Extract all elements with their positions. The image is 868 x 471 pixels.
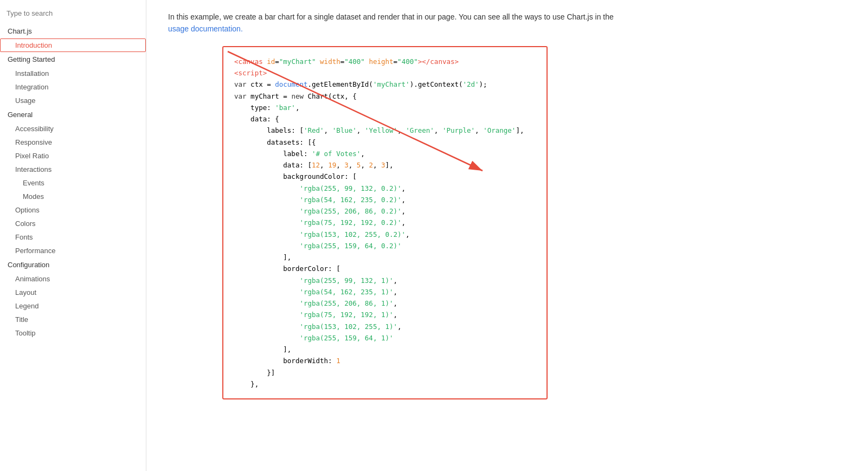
nav-item-installation[interactable]: Installation xyxy=(0,67,146,80)
code-line-25: 'rgba(255, 159, 64, 1)' xyxy=(234,332,536,344)
code-line-13: 'rgba(54, 162, 235, 0.2)', xyxy=(234,194,536,205)
code-line-5: type: 'bar', xyxy=(234,102,536,113)
nav-item-layout[interactable]: Layout xyxy=(0,286,146,299)
code-line-1: <canvas id="myChart" width="400" height=… xyxy=(234,56,536,67)
code-line-24: 'rgba(153, 102, 255, 1)', xyxy=(234,321,536,332)
nav-item-options[interactable]: Options xyxy=(0,203,146,217)
code-line-8: datasets: [{ xyxy=(234,137,536,148)
nav-item-interactions[interactable]: Interactions xyxy=(0,163,146,176)
intro-text: In this example, we create a bar chart f… xyxy=(168,12,614,21)
nav-item-colors[interactable]: Colors xyxy=(0,217,146,230)
code-line-2: <script> xyxy=(234,67,536,79)
nav-item-tooltip[interactable]: Tooltip xyxy=(0,326,146,340)
intro-paragraph: In this example, we create a bar chart f… xyxy=(168,11,629,35)
nav-top-link[interactable]: Chart.js xyxy=(0,24,146,38)
main-content: In this example, we create a bar chart f… xyxy=(146,0,868,471)
nav-item-title[interactable]: Title xyxy=(0,313,146,326)
nav-item-integration[interactable]: Integration xyxy=(0,80,146,94)
code-line-11: backgroundColor: [ xyxy=(234,171,536,182)
code-block: <canvas id="myChart" width="400" height=… xyxy=(222,46,548,399)
code-line-21: 'rgba(54, 162, 235, 1)', xyxy=(234,286,536,298)
nav-item-responsive[interactable]: Responsive xyxy=(0,136,146,149)
code-line-6: data: { xyxy=(234,113,536,125)
search-input[interactable] xyxy=(7,9,139,17)
nav-section-getting-started[interactable]: Getting Started xyxy=(0,52,146,67)
code-line-26: ], xyxy=(234,344,536,355)
code-line-7: labels: ['Red', 'Blue', 'Yellow', 'Green… xyxy=(234,125,536,136)
nav-item-events[interactable]: Events xyxy=(0,176,146,190)
nav-item-modes[interactable]: Modes xyxy=(0,190,146,203)
nav-item-fonts[interactable]: Fonts xyxy=(0,230,146,244)
code-line-18: ], xyxy=(234,251,536,263)
nav-section-general[interactable]: General xyxy=(0,107,146,122)
code-line-28: }] xyxy=(234,367,536,378)
code-line-15: 'rgba(75, 192, 192, 0.2)', xyxy=(234,217,536,228)
code-line-23: 'rgba(75, 192, 192, 1)', xyxy=(234,309,536,320)
code-line-14: 'rgba(255, 206, 86, 0.2)', xyxy=(234,205,536,217)
usage-docs-link[interactable]: usage documentation. xyxy=(168,24,243,33)
code-line-4: var myChart = new Chart(ctx, { xyxy=(234,91,536,102)
code-line-19: borderColor: [ xyxy=(234,263,536,274)
nav-item-legend[interactable]: Legend xyxy=(0,299,146,313)
code-line-22: 'rgba(255, 206, 86, 1)', xyxy=(234,298,536,309)
search-box[interactable] xyxy=(0,4,146,24)
nav-item-accessibility[interactable]: Accessibility xyxy=(0,122,146,136)
code-line-10: data: [12, 19, 3, 5, 2, 3], xyxy=(234,159,536,171)
code-line-9: label: '# of Votes', xyxy=(234,148,536,159)
code-line-17: 'rgba(255, 159, 64, 0.2)' xyxy=(234,240,536,251)
nav-item-usage[interactable]: Usage xyxy=(0,94,146,107)
code-line-20: 'rgba(255, 99, 132, 1)', xyxy=(234,275,536,286)
sidebar: Chart.js Introduction Getting Started In… xyxy=(0,0,146,471)
nav-item-pixel-ratio[interactable]: Pixel Ratio xyxy=(0,149,146,163)
code-line-12: 'rgba(255, 99, 132, 0.2)', xyxy=(234,183,536,194)
code-line-27: borderWidth: 1 xyxy=(234,355,536,366)
code-line-3: var ctx = document.getElementById('myCha… xyxy=(234,79,536,90)
code-line-16: 'rgba(153, 102, 255, 0.2)', xyxy=(234,229,536,240)
nav-item-animations[interactable]: Animations xyxy=(0,272,146,286)
nav-item-performance[interactable]: Performance xyxy=(0,244,146,257)
nav-section-configuration[interactable]: Configuration xyxy=(0,257,146,272)
nav-item-introduction[interactable]: Introduction xyxy=(0,38,146,52)
code-line-29: }, xyxy=(234,378,536,390)
